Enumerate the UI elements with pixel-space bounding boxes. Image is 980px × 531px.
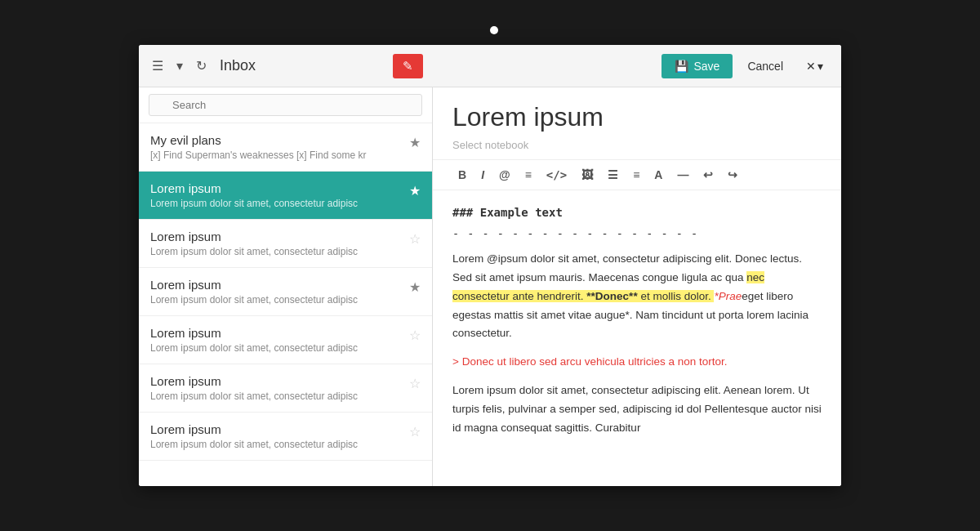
- expand-arrow: ▾: [817, 60, 823, 73]
- dot-indicator: [490, 26, 498, 34]
- note-content: Lorem ipsum Lorem ipsum dolor sit amet, …: [150, 422, 403, 450]
- note-item[interactable]: Lorem ipsum Lorem ipsum dolor sit amet, …: [139, 220, 432, 268]
- note-item[interactable]: My evil plans [x] Find Superman's weakne…: [139, 123, 432, 172]
- expand-button[interactable]: ✕ ▾: [798, 54, 831, 78]
- star-icon[interactable]: ☆: [409, 424, 421, 440]
- star-icon[interactable]: ★: [409, 135, 421, 150]
- note-list: My evil plans [x] Find Superman's weakne…: [139, 123, 432, 486]
- search-wrapper: 🔍: [149, 94, 422, 116]
- editor-para-2: Lorem ipsum dolor sit amet, consectetur …: [452, 382, 822, 438]
- note-title: Lorem ipsum: [150, 326, 403, 340]
- note-title: Lorem ipsum: [150, 230, 403, 243]
- redo-button[interactable]: ↪: [722, 165, 743, 185]
- app-window: ☰ ▾ ↻ Inbox ✎ 💾 Save Cancel ✕ ▾: [139, 45, 841, 486]
- hamburger-icon: ☰: [152, 58, 163, 74]
- star-icon[interactable]: ☆: [409, 328, 421, 343]
- top-bar-right: 💾 Save Cancel ✕ ▾: [433, 54, 841, 78]
- refresh-icon: ↻: [196, 58, 207, 74]
- notebook-selector[interactable]: Select notebook: [452, 139, 822, 151]
- italic-button[interactable]: I: [475, 165, 490, 185]
- note-content: Lorem ipsum Lorem ipsum dolor sit amet, …: [150, 230, 403, 257]
- star-icon[interactable]: ☆: [409, 231, 421, 247]
- editor-title: Lorem ipsum: [452, 102, 822, 132]
- para1-after-bold: et mollis dolor.: [638, 290, 715, 302]
- note-item[interactable]: Lorem ipsum Lorem ipsum dolor sit amet, …: [139, 316, 432, 364]
- note-preview: Lorem ipsum dolor sit amet, consectetur …: [150, 294, 403, 306]
- para1-red: *Prae: [714, 290, 742, 302]
- editor-para-1: Lorem @ipsum dolor sit amet, consectetur…: [452, 250, 822, 344]
- note-preview: Lorem ipsum dolor sit amet, consectetur …: [150, 198, 403, 209]
- search-bar: 🔍: [139, 87, 432, 123]
- note-content: Lorem ipsum Lorem ipsum dolor sit amet, …: [150, 278, 403, 306]
- dash-button[interactable]: —: [671, 165, 694, 185]
- code-button[interactable]: </>: [541, 165, 572, 185]
- save-label: Save: [693, 60, 719, 73]
- compose-icon: ✎: [403, 59, 413, 74]
- menu-button[interactable]: ☰: [149, 55, 167, 77]
- note-title: My evil plans: [150, 133, 403, 147]
- star-icon[interactable]: ★: [409, 183, 421, 199]
- note-title: Lorem ipsum: [150, 374, 403, 388]
- note-item-active[interactable]: Lorem ipsum Lorem ipsum dolor sit amet, …: [139, 172, 432, 220]
- editor-body[interactable]: ### Example text - - - - - - - - - - - -…: [433, 190, 841, 486]
- list-ol-button[interactable]: ≡: [627, 165, 645, 185]
- note-content: My evil plans [x] Find Superman's weakne…: [150, 133, 403, 161]
- editor-header: Lorem ipsum Select notebook: [433, 87, 841, 160]
- save-button[interactable]: 💾 Save: [662, 54, 733, 78]
- note-item[interactable]: Lorem ipsum Lorem ipsum dolor sit amet, …: [139, 413, 432, 461]
- note-title: Lorem ipsum: [150, 422, 403, 436]
- dropdown-button[interactable]: ▾: [173, 55, 186, 77]
- editor-blockquote: > Donec ut libero sed arcu vehicula ultr…: [452, 353, 822, 372]
- note-title: Lorem ipsum: [150, 181, 403, 195]
- star-icon[interactable]: ☆: [409, 376, 421, 391]
- note-title: Lorem ipsum: [150, 278, 403, 292]
- note-preview: Lorem ipsum dolor sit amet, consectetur …: [150, 390, 403, 402]
- note-preview: Lorem ipsum dolor sit amet, consectetur …: [150, 439, 403, 450]
- editor-panel: Lorem ipsum Select notebook B I @ ≡ </> …: [433, 87, 841, 486]
- chevron-down-icon: ▾: [176, 58, 183, 74]
- note-preview: Lorem ipsum dolor sit amet, consectetur …: [150, 342, 403, 354]
- align-button[interactable]: ≡: [519, 165, 537, 185]
- list-ul-button[interactable]: ☰: [602, 165, 624, 185]
- at-button[interactable]: @: [493, 165, 516, 185]
- top-bar: ☰ ▾ ↻ Inbox ✎ 💾 Save Cancel ✕ ▾: [139, 45, 841, 87]
- note-item[interactable]: Lorem ipsum Lorem ipsum dolor sit amet, …: [139, 268, 432, 316]
- editor-heading: ### Example text: [452, 203, 822, 223]
- compose-button[interactable]: ✎: [393, 54, 423, 78]
- note-preview: Lorem ipsum dolor sit amet, consectetur …: [150, 246, 403, 257]
- sidebar: 🔍 My evil plans [x] Find Superman's weak…: [139, 87, 433, 486]
- note-item[interactable]: Lorem ipsum Lorem ipsum dolor sit amet, …: [139, 364, 432, 413]
- main-area: 🔍 My evil plans [x] Find Superman's weak…: [139, 87, 841, 486]
- top-bar-left: ☰ ▾ ↻ Inbox ✎: [139, 54, 433, 78]
- refresh-button[interactable]: ↻: [193, 55, 210, 77]
- star-icon[interactable]: ★: [409, 279, 421, 295]
- expand-icon: ✕: [806, 60, 816, 73]
- note-content: Lorem ipsum Lorem ipsum dolor sit amet, …: [150, 181, 403, 209]
- save-icon: 💾: [675, 60, 688, 73]
- search-input[interactable]: [149, 94, 422, 116]
- font-button[interactable]: A: [648, 165, 668, 185]
- note-content: Lorem ipsum Lorem ipsum dolor sit amet, …: [150, 326, 403, 354]
- note-preview: [x] Find Superman's weaknesses [x] Find …: [150, 149, 403, 161]
- note-content: Lorem ipsum Lorem ipsum dolor sit amet, …: [150, 374, 403, 402]
- inbox-title: Inbox: [220, 57, 386, 74]
- para1-bold: **Donec**: [586, 290, 637, 302]
- undo-button[interactable]: ↩: [697, 165, 719, 185]
- image-button[interactable]: 🖼: [576, 165, 599, 185]
- editor-toolbar: B I @ ≡ </> 🖼 ☰ ≡ A — ↩ ↪: [433, 160, 841, 190]
- editor-hr: - - - - - - - - - - - - - - - - -: [452, 225, 822, 243]
- cancel-button[interactable]: Cancel: [739, 54, 791, 78]
- bold-button[interactable]: B: [452, 165, 472, 185]
